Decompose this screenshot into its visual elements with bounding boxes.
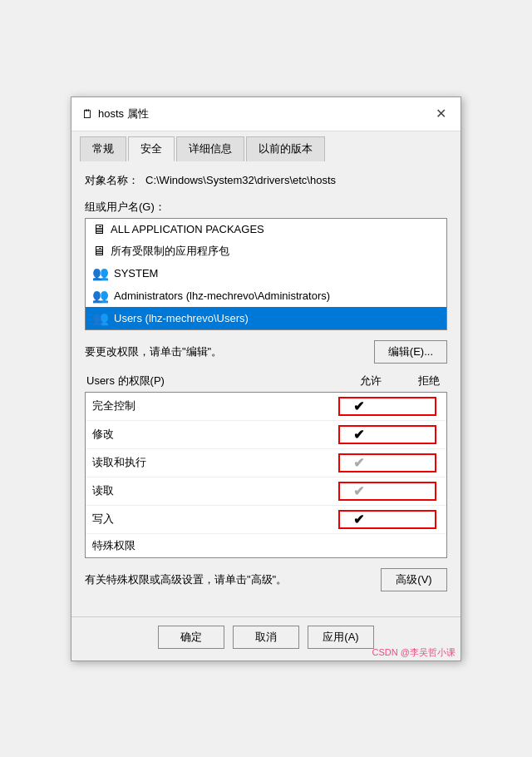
perm-row-read-execute: 读取和执行 ✔ — [86, 449, 446, 477]
perm-allow-3: ✔ — [342, 483, 375, 499]
permissions-columns: 允许 拒绝 — [354, 374, 446, 388]
perm-check-area-2: ✔ — [338, 453, 436, 473]
list-item[interactable]: 🖥 所有受限制的应用程序包 — [86, 240, 446, 262]
perm-name-2: 读取和执行 — [92, 455, 338, 470]
perm-deny-0 — [400, 398, 433, 414]
user-name-1: 所有受限制的应用程序包 — [111, 244, 229, 259]
title-text: hosts 属性 — [98, 106, 149, 121]
content-area: 对象名称： C:\Windows\System32\drivers\etc\ho… — [71, 161, 461, 616]
allow-col-label: 允许 — [354, 374, 387, 388]
tab-details[interactable]: 详细信息 — [176, 136, 244, 161]
advanced-row: 有关特殊权限或高级设置，请单击"高级"。 高级(V) — [85, 568, 447, 591]
users-icon-4: 👥 — [92, 310, 109, 326]
tabs-bar: 常规 安全 详细信息 以前的版本 — [71, 131, 461, 161]
title-bar-left: 🗒 hosts 属性 — [81, 106, 149, 121]
watermark: CSDN @李吴哲小课 — [372, 646, 456, 659]
list-item[interactable]: 👥 SYSTEM — [86, 262, 446, 284]
permissions-title: Users 的权限(P) — [86, 374, 165, 388]
perm-check-area-1: ✔ — [338, 425, 436, 444]
users-icon-2: 👥 — [92, 265, 109, 281]
group-users-label: 组或用户名(G)： — [85, 200, 447, 215]
edit-row: 要更改权限，请单击"编辑"。 编辑(E)... — [85, 340, 447, 364]
perm-allow-1: ✔ — [342, 427, 375, 443]
perm-name-5: 特殊权限 — [92, 538, 345, 553]
computer-icon-0: 🖥 — [92, 222, 106, 237]
perm-name-3: 读取 — [92, 483, 338, 498]
title-icon: 🗒 — [81, 107, 93, 121]
perm-row-write: 写入 ✔ — [86, 506, 446, 534]
list-item-selected[interactable]: 👥 Users (lhz-mechrevo\Users) — [86, 307, 446, 329]
advanced-button[interactable]: 高级(V) — [381, 568, 447, 591]
perm-allow-4: ✔ — [342, 512, 375, 527]
perm-check-area-4: ✔ — [338, 510, 436, 529]
perm-check-area-3: ✔ — [338, 482, 436, 501]
deny-col-label: 拒绝 — [412, 374, 446, 388]
list-item[interactable]: 🖥 ALL APPLICATION PACKAGES — [86, 219, 446, 240]
tab-security[interactable]: 安全 — [128, 136, 175, 161]
perm-row-full-control: 完全控制 ✔ — [86, 393, 446, 421]
dialog-hosts-properties: 🗒 hosts 属性 ✕ 常规 安全 详细信息 以前的版本 对象名称： C:\W… — [71, 96, 461, 661]
cancel-button[interactable]: 取消 — [233, 626, 299, 649]
user-name-3: Administrators (lhz-mechrevo\Administrat… — [114, 289, 330, 302]
advanced-hint: 有关特殊权限或高级设置，请单击"高级"。 — [85, 572, 381, 587]
perm-row-modify: 修改 ✔ — [86, 421, 446, 449]
user-name-2: SYSTEM — [114, 267, 158, 280]
user-name-4: Users (lhz-mechrevo\Users) — [114, 312, 249, 324]
title-bar: 🗒 hosts 属性 ✕ — [71, 97, 461, 131]
tab-previous-versions[interactable]: 以前的版本 — [246, 136, 325, 161]
permissions-table: 完全控制 ✔ 修改 ✔ 读取和执行 ✔ — [85, 392, 447, 558]
ok-button[interactable]: 确定 — [158, 626, 224, 649]
object-name-label: 对象名称： — [85, 173, 139, 188]
perm-allow-2: ✔ — [342, 455, 375, 471]
computer-icon-1: 🖥 — [92, 244, 106, 259]
perm-name-0: 完全控制 — [92, 398, 338, 413]
user-name-0: ALL APPLICATION PACKAGES — [111, 223, 264, 235]
edit-button[interactable]: 编辑(E)... — [374, 340, 447, 364]
perm-deny-1 — [400, 427, 433, 443]
perm-name-4: 写入 — [92, 512, 338, 527]
permissions-header: Users 的权限(P) 允许 拒绝 — [85, 374, 447, 388]
object-name-path: C:\Windows\System32\drivers\etc\hosts — [145, 174, 336, 186]
edit-hint: 要更改权限，请单击"编辑"。 — [85, 344, 374, 359]
perm-name-1: 修改 — [92, 427, 338, 442]
perm-deny-3 — [400, 483, 433, 499]
tab-general[interactable]: 常规 — [80, 136, 126, 161]
perm-row-special: 特殊权限 — [86, 534, 446, 557]
perm-deny-4 — [400, 512, 433, 527]
users-list[interactable]: 🖥 ALL APPLICATION PACKAGES 🖥 所有受限制的应用程序包… — [85, 218, 447, 330]
object-name-row: 对象名称： C:\Windows\System32\drivers\etc\ho… — [85, 173, 447, 188]
perm-allow-0: ✔ — [342, 398, 375, 414]
list-item[interactable]: 👥 Administrators (lhz-mechrevo\Administr… — [86, 284, 446, 307]
perm-check-area-0: ✔ — [338, 397, 436, 416]
apply-button[interactable]: 应用(A) — [308, 626, 374, 649]
perm-row-read: 读取 ✔ — [86, 477, 446, 506]
close-button[interactable]: ✕ — [431, 104, 451, 124]
perm-deny-2 — [400, 455, 433, 471]
users-icon-3: 👥 — [92, 288, 109, 304]
